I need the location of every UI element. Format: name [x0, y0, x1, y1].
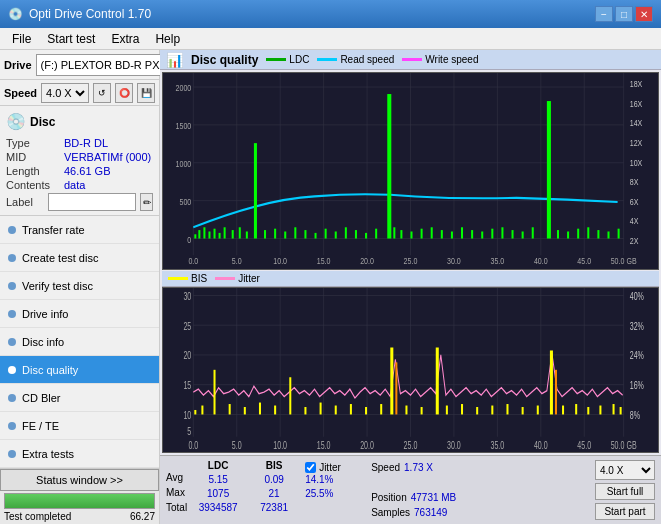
- svg-text:8X: 8X: [630, 176, 639, 187]
- start-full-button[interactable]: Start full: [595, 483, 655, 500]
- svg-rect-54: [274, 229, 276, 239]
- svg-text:15.0: 15.0: [317, 255, 331, 266]
- svg-rect-71: [441, 230, 443, 238]
- svg-text:32%: 32%: [630, 321, 644, 333]
- menu-start-test[interactable]: Start test: [39, 30, 103, 48]
- stats-speed-label: Speed: [371, 462, 400, 473]
- svg-text:5: 5: [187, 426, 191, 438]
- menu-file[interactable]: File: [4, 30, 39, 48]
- svg-rect-74: [471, 230, 473, 238]
- title-bar: 💿 Opti Drive Control 1.70 − □ ✕: [0, 0, 661, 28]
- svg-rect-159: [599, 406, 601, 415]
- svg-rect-81: [532, 227, 534, 238]
- svg-rect-58: [315, 233, 317, 239]
- nav-dot-quality: [8, 366, 16, 374]
- stats-position-value: 47731 MB: [411, 492, 457, 503]
- nav-disc-info[interactable]: Disc info: [0, 328, 159, 356]
- nav-create-test-disc[interactable]: Create test disc: [0, 244, 159, 272]
- legend-jitter: Jitter: [215, 273, 260, 284]
- svg-text:0.0: 0.0: [188, 440, 198, 452]
- svg-rect-139: [350, 404, 352, 414]
- disc-label-row: Label ✏: [6, 193, 153, 211]
- stats-row-labels: Avg Max Total: [166, 472, 187, 516]
- svg-text:25.0: 25.0: [404, 440, 418, 452]
- svg-rect-132: [244, 407, 246, 414]
- stats-max-label: Max: [166, 487, 187, 501]
- svg-text:24%: 24%: [630, 350, 644, 362]
- svg-text:10.0: 10.0: [273, 440, 287, 452]
- svg-rect-148: [461, 404, 463, 414]
- label-edit-button[interactable]: ✏: [140, 193, 153, 211]
- stats-ldc-total: 3934587: [193, 502, 243, 516]
- svg-rect-45: [208, 231, 210, 238]
- stats-speed-dropdown[interactable]: 4.0 X: [595, 460, 655, 480]
- jitter-checkbox[interactable]: [305, 462, 316, 473]
- stats-position-row: Position 47731 MB: [371, 490, 456, 504]
- nav-verify-test-disc[interactable]: Verify test disc: [0, 272, 159, 300]
- legend-write: Write speed: [402, 54, 478, 65]
- status-window-button[interactable]: Status window >>: [0, 469, 159, 491]
- chart2-svg: 30 25 20 15 10 5 40% 32% 24% 16% 8% 0.0 …: [163, 288, 658, 452]
- svg-rect-60: [335, 231, 337, 238]
- svg-text:30.0: 30.0: [447, 440, 461, 452]
- stats-speed-row: Speed 1.73 X: [371, 460, 456, 474]
- nav-transfer-rate[interactable]: Transfer rate: [0, 216, 159, 244]
- nav-dot-fete: [8, 422, 16, 430]
- disc-panel: 💿 Disc Type BD-R DL MID VERBATIMf (000) …: [0, 106, 159, 216]
- nav-extra-tests[interactable]: Extra tests: [0, 440, 159, 468]
- nav-items: Transfer rate Create test disc Verify te…: [0, 216, 159, 468]
- legend-read-color: [317, 58, 337, 61]
- legend-read: Read speed: [317, 54, 394, 65]
- svg-text:12X: 12X: [630, 137, 643, 148]
- stats-samples-label: Samples: [371, 507, 410, 518]
- svg-rect-73: [461, 227, 463, 238]
- svg-text:20.0: 20.0: [360, 440, 374, 452]
- nav-dot-transfer: [8, 226, 16, 234]
- svg-text:45.0: 45.0: [577, 440, 591, 452]
- right-panel: 📊 Disc quality LDC Read speed Write spee…: [160, 50, 661, 524]
- svg-text:35.0: 35.0: [491, 440, 505, 452]
- svg-rect-131: [229, 404, 231, 414]
- disc-panel-title: Disc: [30, 115, 55, 129]
- nav-disc-quality[interactable]: Disc quality: [0, 356, 159, 384]
- nav-fe-te[interactable]: FE / TE: [0, 412, 159, 440]
- chart-header-icon: 📊: [166, 52, 183, 68]
- svg-text:0.0: 0.0: [188, 255, 198, 266]
- svg-rect-61: [345, 227, 347, 238]
- svg-rect-53: [264, 230, 266, 238]
- nav-label-verify: Verify test disc: [22, 280, 93, 292]
- svg-text:500: 500: [179, 196, 191, 207]
- legend-write-label: Write speed: [425, 54, 478, 65]
- title-bar-title: Opti Drive Control 1.70: [29, 7, 595, 21]
- svg-rect-43: [198, 230, 200, 238]
- disc-label-input[interactable]: [48, 193, 136, 211]
- svg-rect-83: [567, 231, 569, 238]
- main-content: Drive (F:) PLEXTOR BD-R PX-LB950SA 1.06 …: [0, 50, 661, 524]
- minimize-button[interactable]: −: [595, 6, 613, 22]
- speed-icon-2[interactable]: ⭕: [115, 83, 133, 103]
- svg-rect-80: [522, 231, 524, 238]
- nav-drive-info[interactable]: Drive info: [0, 300, 159, 328]
- close-button[interactable]: ✕: [635, 6, 653, 22]
- maximize-button[interactable]: □: [615, 6, 633, 22]
- svg-rect-48: [224, 227, 226, 238]
- svg-rect-135: [289, 378, 291, 415]
- speed-dropdown[interactable]: 4.0 X: [41, 83, 89, 103]
- title-bar-controls: − □ ✕: [595, 6, 653, 22]
- svg-text:14X: 14X: [630, 117, 643, 128]
- svg-rect-50: [239, 227, 241, 238]
- stats-jitter-avg: 14.1%: [305, 474, 365, 488]
- progress-bar-fill: [5, 494, 154, 508]
- start-part-button[interactable]: Start part: [595, 503, 655, 520]
- speed-icon-1[interactable]: ↺: [93, 83, 111, 103]
- svg-text:10.0: 10.0: [273, 255, 287, 266]
- menu-extra[interactable]: Extra: [103, 30, 147, 48]
- nav-label-disc-info: Disc info: [22, 336, 64, 348]
- nav-dot-disc-info: [8, 338, 16, 346]
- nav-cd-bler[interactable]: CD Bler: [0, 384, 159, 412]
- menu-help[interactable]: Help: [147, 30, 188, 48]
- speed-icon-3[interactable]: 💾: [137, 83, 155, 103]
- stats-row: Avg Max Total LDC 5.15 1075 3934587 BIS …: [166, 460, 655, 520]
- svg-rect-154: [550, 351, 553, 415]
- disc-type-label: Type: [6, 137, 64, 149]
